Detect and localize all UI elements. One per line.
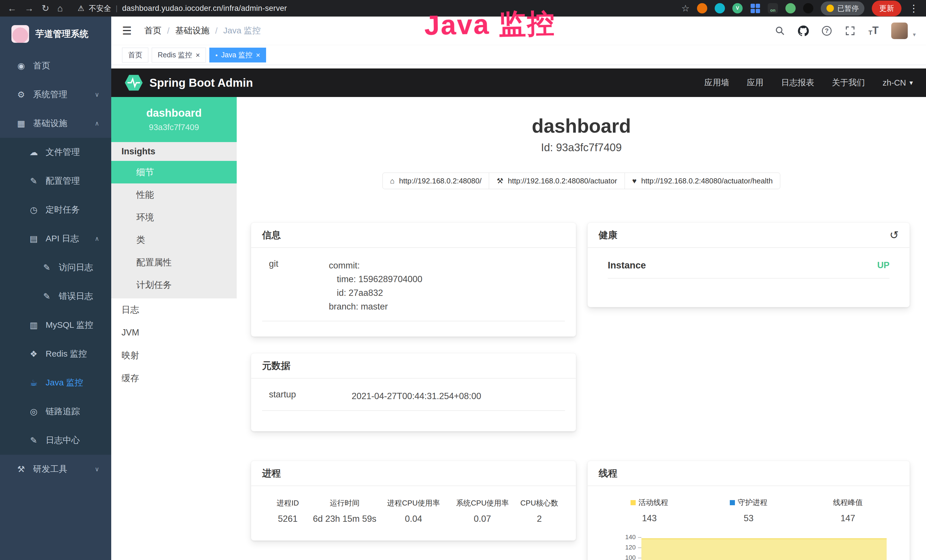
sidebar-item-home[interactable]: ◉ 首页 (0, 51, 111, 80)
edit-icon: ✎ (27, 176, 40, 186)
extension-icon-2[interactable] (715, 3, 725, 14)
sba-sidebar-item-classes[interactable]: 类 (111, 229, 237, 251)
avatar[interactable] (891, 23, 908, 39)
sidebar-item-api-logs[interactable]: ▤ API 日志 ∧ (0, 224, 111, 253)
sidebar-item-dev-tools[interactable]: ⚒ 研发工具 ∨ (0, 455, 111, 484)
health-card-body: Instance UP (588, 248, 909, 287)
breadcrumb-infrastructure[interactable]: 基础设施 (175, 25, 209, 36)
sidebar-item-config-mgmt[interactable]: ✎ 配置管理 (0, 166, 111, 195)
locale-label: zh-CN (883, 78, 906, 88)
sidebar-item-file-mgmt[interactable]: ☁ 文件管理 (0, 138, 111, 166)
search-icon[interactable] (774, 25, 786, 36)
process-col-pid: 进程ID 5261 (264, 498, 312, 524)
extension-icon-4[interactable] (750, 3, 760, 14)
instance-header[interactable]: dashboard 93a3fc7f7409 (111, 97, 237, 142)
insights-group: Insights 细节 性能 环境 类 配置属性 计划任务 (111, 142, 237, 298)
sba-sidebar-item-caches[interactable]: 缓存 (111, 367, 237, 390)
edit-icon: ✎ (27, 435, 40, 445)
bookmark-star-icon[interactable]: ☆ (681, 3, 690, 14)
tab-java-monitor[interactable]: ● Java 监控 × (209, 48, 266, 62)
extension-icon-6[interactable] (785, 3, 796, 14)
sidebar-item-infrastructure[interactable]: ▦ 基础设施 ∧ (0, 109, 111, 138)
link-url: http://192.168.0.2:48080/actuator/health (641, 177, 773, 185)
back-icon[interactable]: ← (8, 4, 17, 13)
sidebar-item-log-center[interactable]: ✎ 日志中心 (0, 426, 111, 455)
github-icon[interactable] (798, 25, 809, 36)
history-icon[interactable]: ↺ (890, 229, 899, 241)
sidebar-item-label: 错误日志 (59, 291, 93, 302)
sidebar-item-redis-monitor[interactable]: ❖ Redis 监控 (0, 339, 111, 368)
process-card-header: 进程 (251, 461, 576, 486)
legend-value: 53 (699, 513, 798, 524)
tab-home[interactable]: 首页 (122, 48, 148, 62)
sidebar-item-java-monitor[interactable]: ☕ Java 监控 (0, 368, 111, 397)
sba-sidebar-item-performance[interactable]: 性能 (111, 183, 237, 206)
avatar-caret-icon[interactable]: ▾ (913, 31, 916, 38)
extension-icon-5[interactable]: on (768, 3, 778, 14)
tools-icon: ⚒ (15, 464, 27, 474)
sidebar-item-label: Java 监控 (45, 377, 83, 389)
legend-swatch-blue (730, 500, 735, 505)
sidebar-item-tracing[interactable]: ◎ 链路追踪 (0, 397, 111, 426)
browser-menu-icon[interactable]: ⋮ (909, 3, 918, 14)
paused-badge[interactable]: 已暂停 (821, 2, 864, 15)
process-col-uptime: 运行时间 6d 23h 15m 59s (312, 498, 378, 524)
url-text: dashboard.yudao.iocoder.cn/infra/admin-s… (122, 4, 287, 13)
sidebar-item-label: Redis 监控 (45, 348, 87, 360)
sba-sidebar-item-jvm[interactable]: JVM (111, 321, 237, 344)
sba-sidebar-item-details[interactable]: 细节 (111, 161, 237, 183)
tab-label: Java 监控 (221, 50, 253, 60)
y-tick: 120 (599, 542, 642, 552)
card-title: 元数据 (262, 359, 291, 372)
sba-sidebar-item-mappings[interactable]: 映射 (111, 344, 237, 367)
link-home-url[interactable]: ⌂ http://192.168.0.2:48080/ (383, 173, 489, 189)
sidebar-item-label: API 日志 (45, 233, 79, 244)
sba-nav-journal[interactable]: 日志报表 (781, 77, 814, 88)
link-health-url[interactable]: ♥ http://192.168.0.2:48080/actuator/heal… (625, 173, 781, 189)
breadcrumb-separator: / (215, 26, 217, 36)
metadata-card-body: startup 2021-04-27T00:44:31.254+08:00 (251, 378, 576, 419)
card-title: 信息 (262, 229, 281, 242)
font-size-big-glyph: T (872, 24, 879, 36)
extension-icon-7[interactable] (803, 3, 813, 14)
help-icon[interactable]: ? (821, 25, 832, 36)
sba-sidebar-item-config-props[interactable]: 配置属性 (111, 251, 237, 274)
fullscreen-icon[interactable] (844, 25, 856, 36)
sba-locale-select[interactable]: zh-CN ▾ (883, 78, 913, 88)
font-size-icon[interactable]: TT (868, 25, 879, 36)
sba-sidebar-item-environment[interactable]: 环境 (111, 206, 237, 229)
chart-y-axis: 140 120 100 (599, 532, 642, 560)
sba-sidebar-item-scheduled-tasks[interactable]: 计划任务 (111, 274, 237, 296)
col-label: 运行时间 (312, 498, 378, 508)
sba-nav-wallboard[interactable]: 应用墙 (704, 77, 729, 88)
sba-nav: 应用墙 应用 日志报表 关于我们 zh-CN ▾ (704, 77, 913, 88)
sba-nav-applications[interactable]: 应用 (747, 77, 763, 88)
sba-sidebar-item-logs[interactable]: 日志 (111, 298, 237, 321)
link-actuator-url[interactable]: ⚒ http://192.168.0.2:48080/actuator (489, 173, 625, 189)
sidebar-item-error-logs[interactable]: ✎ 错误日志 (0, 282, 111, 311)
sba-item-label: 配置属性 (136, 256, 172, 268)
document-icon: ▤ (27, 234, 40, 244)
card-title: 进程 (262, 467, 281, 480)
extension-icon-1[interactable] (697, 3, 707, 14)
sba-nav-about[interactable]: 关于我们 (832, 77, 865, 88)
sidebar-item-mysql-monitor[interactable]: ▥ MySQL 监控 (0, 311, 111, 339)
hamburger-icon[interactable]: ☰ (122, 24, 132, 37)
breadcrumb-home[interactable]: 首页 (144, 25, 162, 36)
home-button-icon[interactable]: ⌂ (57, 4, 63, 13)
address-bar[interactable]: ⚠ 不安全 | dashboard.yudao.iocoder.cn/infra… (77, 3, 287, 14)
sidebar-item-access-logs[interactable]: ✎ 访问日志 (0, 253, 111, 282)
legend-live-threads: 活动线程 143 (600, 498, 699, 524)
close-icon[interactable]: × (196, 51, 200, 59)
reload-icon[interactable]: ↻ (42, 4, 49, 13)
tab-redis-monitor[interactable]: Redis 监控 × (152, 48, 206, 62)
sidebar-item-system-mgmt[interactable]: ⚙ 系统管理 ∨ (0, 80, 111, 109)
col-value: 6d 23h 15m 59s (312, 514, 378, 524)
close-icon[interactable]: × (256, 51, 260, 59)
sidebar-item-cron-jobs[interactable]: ◷ 定时任务 (0, 195, 111, 224)
forward-icon[interactable]: → (24, 4, 34, 13)
y-tick: 140 (599, 532, 642, 542)
update-button[interactable]: 更新 (872, 1, 902, 16)
extension-icon-3[interactable]: V (732, 3, 743, 14)
metadata-value: 2021-04-27T00:44:31.254+08:00 (352, 389, 565, 403)
